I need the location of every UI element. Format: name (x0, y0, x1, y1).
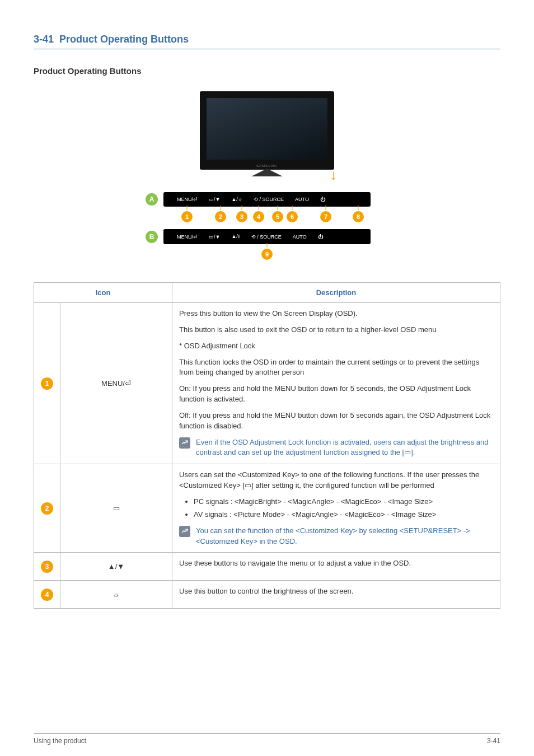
footer-right: 3-41 (487, 737, 500, 745)
desc-text: Off: If you press and hold the MENU butt… (179, 410, 493, 432)
section-number: 3-41 (34, 34, 54, 45)
table-row: 3 ▲/▼ Use these buttons to navigate the … (34, 553, 500, 581)
strip-a-item: ⏻ (315, 197, 331, 202)
note-block: You can set the function of the <Customi… (179, 526, 493, 547)
desc-text: Users can set the <Customized Key> to on… (179, 470, 493, 491)
monitor-illustration: SAMSUNG ↓ (163, 91, 371, 170)
strip-a-item: AUTO (289, 197, 315, 202)
sub-heading: Product Operating Buttons (34, 66, 500, 76)
desc-text: * OSD Adjustment Lock (179, 341, 493, 352)
desc-text: Use this button to control the brightnes… (179, 586, 493, 597)
row-badge: 3 (41, 561, 53, 573)
callout-badge: 9 (261, 249, 273, 260)
brightness-icon-label: ☼ (113, 590, 120, 599)
callout-badge: 2 (215, 211, 226, 222)
strip-a-callouts: 1 2 3 4 5 6 7 8 (163, 207, 371, 222)
callout-badge: 3 (236, 211, 247, 222)
strip-a-item: MENU/⏎ (171, 197, 203, 202)
section-heading: 3-41 Product Operating Buttons (34, 34, 500, 49)
monitor-brand-label: SAMSUNG (256, 164, 277, 167)
desc-text: Use these buttons to navigate the menu o… (179, 558, 493, 569)
section-title: Product Operating Buttons (59, 34, 189, 45)
strip-b-item: ⏻ (312, 234, 329, 240)
desc-bullet: AV signals : <Picture Mode> - <MagicAngl… (194, 510, 493, 520)
menu-icon-label: MENU/⏎ (101, 379, 131, 388)
product-figure: SAMSUNG ↓ A MENU/⏎ ▭/▼ ▲/☼ ⟲ / SOURCE AU… (34, 91, 500, 260)
row-badge: 4 (41, 589, 53, 601)
note-text: You can set the function of the <Customi… (196, 526, 493, 547)
strip-b-item: ▲/⦀ (226, 234, 245, 240)
strip-a-item: ▭/▼ (203, 197, 226, 202)
button-description-table: Icon Description 1 MENU/⏎ Press this but… (34, 282, 500, 609)
callout-badge: 6 (287, 211, 298, 222)
strip-b-item: ⟲ / SOURCE (246, 234, 287, 240)
callout-badge: 5 (272, 211, 283, 222)
table-row: 1 MENU/⏎ Press this button to view the O… (34, 303, 500, 464)
desc-text: This button is also used to exit the OSD… (179, 325, 493, 335)
arrow-down-icon: ↓ (330, 166, 337, 184)
strip-b-item: MENU/⏎ (171, 234, 203, 240)
strip-badge-a: A (146, 193, 158, 206)
desc-text: Press this button to view the On Screen … (179, 309, 493, 319)
note-text: Even if the OSD Adjustment Lock function… (196, 437, 493, 459)
desc-text: On: If you press and hold the MENU butto… (179, 384, 493, 405)
strip-badge-b: B (146, 231, 158, 243)
callout-badge: 7 (320, 211, 331, 222)
strip-b-item: AUTO (287, 234, 312, 240)
desc-bullet: PC signals : <MagicBright> - <MagicAngle… (194, 497, 493, 507)
strip-a-item: ⟲ / SOURCE (248, 197, 289, 202)
callout-badge: 1 (181, 211, 193, 222)
up-down-icon-label: ▲/▼ (108, 562, 124, 571)
note-block: Even if the OSD Adjustment Lock function… (179, 437, 493, 459)
button-strip-a: A MENU/⏎ ▭/▼ ▲/☼ ⟲ / SOURCE AUTO ⏻ (163, 192, 371, 207)
note-icon (179, 437, 190, 449)
footer-left: Using the product (34, 737, 86, 745)
col-header-icon: Icon (34, 283, 172, 303)
row-badge: 2 (41, 502, 53, 515)
table-row: 4 ☼ Use this button to control the brigh… (34, 581, 500, 609)
strip-b-item: ▭/▼ (203, 234, 226, 240)
callout-badge: 4 (253, 211, 264, 222)
desc-text: This function locks the OSD in order to … (179, 357, 493, 379)
customized-key-icon-label: ▭ (113, 504, 120, 512)
callout-badge: 8 (353, 211, 364, 222)
table-row: 2 ▭ Users can set the <Customized Key> t… (34, 464, 500, 553)
row-badge: 1 (41, 377, 53, 390)
strip-a-item: ▲/☼ (226, 197, 248, 202)
page-footer: Using the product 3-41 (34, 733, 500, 745)
strip-b-callouts: 9 (163, 244, 371, 260)
note-icon (179, 526, 190, 537)
col-header-description: Description (172, 283, 500, 303)
button-strip-b: B MENU/⏎ ▭/▼ ▲/⦀ ⟲ / SOURCE AUTO ⏻ (163, 229, 371, 244)
